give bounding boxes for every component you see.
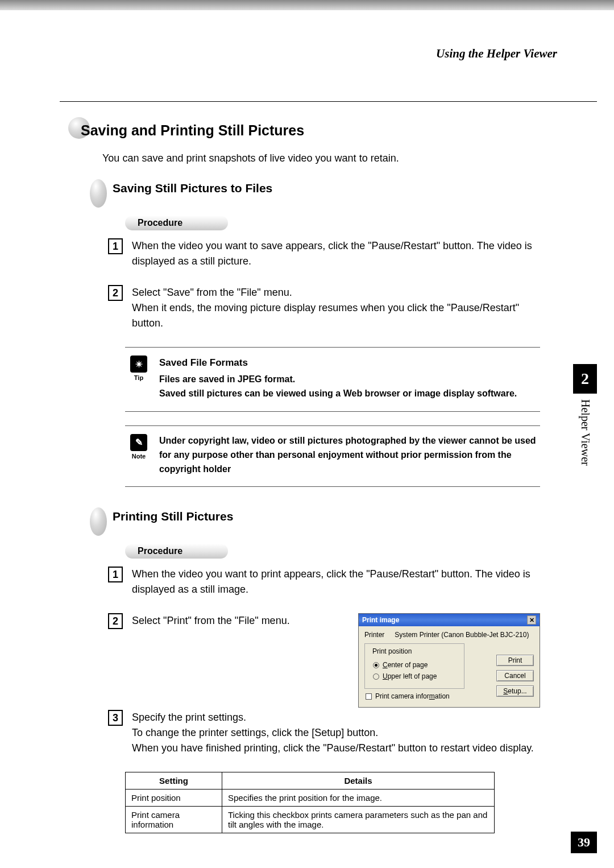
step-number: 2 [108,285,123,301]
subsection-bullet-icon [90,507,107,536]
printing-step-3: 3 Specify the print settings.To change t… [108,710,540,756]
step-text: Select "Print" from the "File" menu. [132,613,290,629]
step-text: Select "Save" from the "File" menu.When … [132,285,540,331]
cancel-button[interactable]: Cancel [496,670,534,681]
subsection-printing-title: Printing Still Pictures [113,510,540,523]
note-label: Note [125,453,152,460]
note-icon: ✎ [130,434,147,451]
radio-icon [373,662,379,668]
tip-title: Saved File Formats [159,356,517,370]
chapter-label: Helper Viewer [573,399,592,466]
step-number: 1 [108,238,123,254]
print-button[interactable]: Print [496,655,534,666]
procedure-pill: Procedure [125,544,228,559]
tip-label-block: ✴ Tip [125,356,152,401]
radio-label: Center of page [383,661,428,669]
checkbox-label: Print camera information [375,692,450,700]
saving-step-1: 1 When the video you want to save appear… [108,238,540,269]
procedure-label: Procedure [125,544,540,559]
step-text: Specify the print settings.To change the… [132,710,534,756]
procedure-pill: Procedure [125,216,228,230]
cell-details: Ticking this checkbox prints camera para… [222,807,495,833]
group-title: Print position [371,647,413,655]
dialog-title-text: Print image [362,616,399,624]
printer-value: System Printer (Canon Bubble-Jet BJC-210… [395,631,529,639]
col-details: Details [222,772,495,790]
step-text: When the video you want to print appears… [132,567,540,597]
radio-label: Upper left of page [383,672,437,680]
table-row: Print camera information Ticking this ch… [126,807,495,833]
chapter-tab: 2 Helper Viewer [573,364,597,466]
radio-center-of-page[interactable]: Center of page [373,661,458,669]
col-setting: Setting [126,772,222,790]
print-position-group: Print position Center of page Upper left… [364,643,464,689]
tip-line: Saved still pictures can be viewed using… [159,387,517,401]
note-text: Under copyright law, video or still pict… [152,434,540,476]
note-callout: ✎ Note Under copyright law, video or sti… [125,425,540,487]
section-intro: You can save and print snapshots of live… [102,152,540,164]
saving-step-2: 2 Select "Save" from the "File" menu.Whe… [108,285,540,331]
printer-label: Printer [364,631,384,639]
subsection-bullet-icon [90,179,107,208]
checkbox-icon [366,693,372,700]
subsection-printing: Printing Still Pictures [90,510,540,523]
section-title: Saving and Printing Still Pictures [81,122,304,139]
tip-line: Files are saved in JPEG format. [159,373,517,387]
subsection-saving: Saving Still Pictures to Files [90,181,540,195]
tip-icon: ✴ [130,356,147,373]
page-top-gradient [0,0,614,10]
note-label-block: ✎ Note [125,434,152,476]
cell-setting: Print camera information [126,807,222,833]
tip-label: Tip [125,374,152,381]
dialog-titlebar: Print image ✕ [359,614,540,626]
cell-details: Specifies the print position for the ima… [222,790,495,807]
procedure-label: Procedure [125,216,540,230]
radio-upper-left-of-page[interactable]: Upper left of page [373,672,458,680]
printing-step-1: 1 When the video you want to print appea… [108,567,540,597]
tip-callout: ✴ Tip Saved File Formats Files are saved… [125,347,540,412]
chapter-number: 2 [573,364,597,394]
close-button[interactable]: ✕ [527,615,536,625]
table-header-row: Setting Details [126,772,495,790]
step-text: When the video you want to save appears,… [132,238,540,269]
cell-setting: Print position [126,790,222,807]
header-rule [60,101,597,102]
print-settings-table: Setting Details Print position Specifies… [125,772,495,833]
radio-icon [373,673,379,680]
step-number: 1 [108,567,123,582]
page-number: 39 [571,832,597,853]
step-number: 3 [108,710,123,726]
subsection-saving-title: Saving Still Pictures to Files [113,181,540,195]
setup-button[interactable]: Setup... [496,685,534,697]
print-image-dialog: Print image ✕ Printer System Printer (Ca… [358,613,540,708]
step-number: 2 [108,613,123,629]
running-head: Using the Helper Viewer [436,47,557,61]
table-row: Print position Specifies the print posit… [126,790,495,807]
section-heading: Saving and Printing Still Pictures [68,119,540,141]
